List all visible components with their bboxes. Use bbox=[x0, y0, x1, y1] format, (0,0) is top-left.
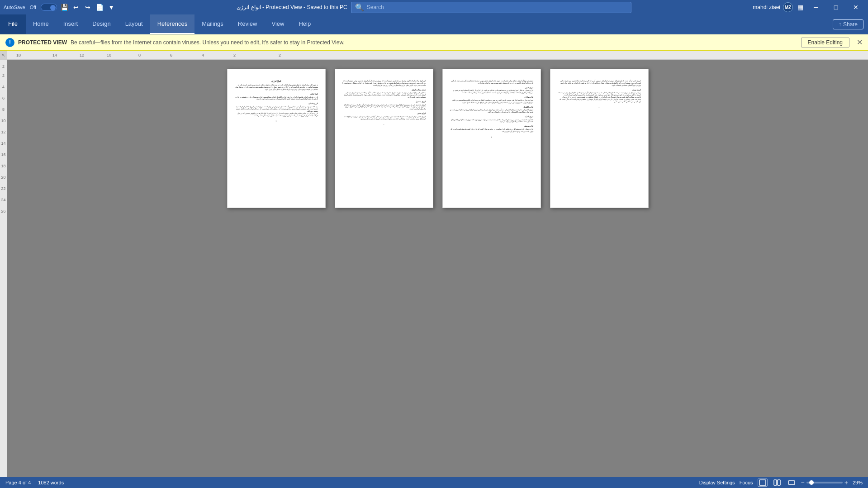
doc-title: انواع انرژی - Protected View - Saved to … bbox=[237, 4, 347, 10]
vertical-ruler: 2 2 4 6 8 10 12 14 16 18 20 22 24 26 bbox=[0, 60, 7, 477]
page-3: انرژی هر نوع آن انرژی دارای موارد هایی ا… bbox=[442, 69, 541, 208]
page-3-content: انرژی هر نوع آن انرژی دارای موارد هایی ا… bbox=[450, 80, 533, 133]
print-layout-btn[interactable] bbox=[758, 479, 768, 487]
page-2-number: 2 bbox=[342, 124, 426, 126]
v-ruler-12: 10 bbox=[1, 118, 5, 123]
horizontal-ruler: ↖ 18 14 12 10 8 6 4 2 2 bbox=[0, 51, 868, 60]
minimize-button[interactable]: ─ bbox=[806, 0, 826, 14]
web-layout-btn[interactable] bbox=[772, 479, 782, 487]
read-mode-btn[interactable] bbox=[787, 479, 797, 487]
search-input[interactable] bbox=[367, 4, 627, 10]
page-1-para-2: انرژی جنبشی، انرژی پتانسیل، انرژی حرارتی… bbox=[235, 96, 318, 101]
autosave-toggle[interactable] bbox=[41, 4, 57, 11]
banner-close-icon[interactable]: ✕ bbox=[857, 38, 863, 47]
tab-design[interactable]: Design bbox=[85, 14, 118, 34]
zoom-minus-icon[interactable]: − bbox=[801, 479, 805, 486]
page-2-para-4: انرژی جاذبی نوعی انرژی است که یک جسم به … bbox=[342, 116, 426, 120]
ruler-num-14: 14 bbox=[52, 53, 57, 57]
v-ruler-22: 20 bbox=[1, 175, 5, 180]
zoom-plus-icon[interactable]: + bbox=[844, 479, 848, 486]
tab-references[interactable]: References bbox=[150, 14, 194, 34]
avatar[interactable]: MZ bbox=[783, 2, 793, 12]
autosave-state: Off bbox=[30, 5, 36, 10]
v-ruler-26: 24 bbox=[1, 198, 5, 202]
zoom-level[interactable]: 29% bbox=[853, 480, 863, 485]
page-2-para-1: این انواع و اقسام که قانون توضیح می‌دهد … bbox=[342, 80, 426, 87]
tab-help[interactable]: Help bbox=[291, 14, 318, 34]
page-3-para-2: انرژی صوتی به شکل امواج فشاری در محیط‌ها… bbox=[450, 90, 533, 94]
tab-home[interactable]: Home bbox=[26, 14, 56, 34]
undo-icon[interactable]: ↩ bbox=[71, 3, 81, 12]
page-2-para-3: انرژی پتانسیل یکی از مهم‌ترین انواع انرژ… bbox=[342, 104, 426, 111]
customize-icon[interactable]: ▼ bbox=[107, 3, 116, 12]
page-1-para-3: یک قطب و بهم رسیدن آن در مقیاس بزرگ، هست… bbox=[235, 106, 318, 113]
svg-rect-1 bbox=[774, 480, 777, 485]
page-2: این انواع و اقسام که قانون توضیح می‌دهد … bbox=[335, 69, 433, 208]
page-4-para-3: با توجه به مطالب گفته شده می‌توان نتیجه … bbox=[558, 96, 641, 103]
protected-label: PROTECTED VIEW bbox=[18, 39, 67, 46]
word-count: 1082 words bbox=[38, 480, 64, 485]
search-box[interactable]: 🔍 bbox=[351, 2, 631, 13]
ribbon-display-icon[interactable]: ▦ bbox=[796, 3, 805, 12]
focus-label[interactable]: Focus bbox=[740, 480, 753, 485]
page-2-sub-3: انرژی جاذبی bbox=[342, 112, 426, 115]
page-2-para-2: به طور کلی برای انرژی می‌توان به موارد ب… bbox=[342, 92, 426, 99]
protected-view-banner: ! PROTECTED VIEW Be careful—files from t… bbox=[0, 34, 868, 51]
shield-icon: ! bbox=[5, 38, 14, 47]
page-2-sub-1: ضمان مطالب انرژی bbox=[342, 89, 426, 91]
v-ruler-24: 22 bbox=[1, 186, 5, 191]
tab-review[interactable]: Review bbox=[231, 14, 265, 34]
v-ruler-28: 26 bbox=[1, 209, 5, 213]
enable-editing-button[interactable]: Enable Editing bbox=[801, 38, 849, 47]
share-icon: ↑ bbox=[839, 21, 841, 28]
save-icon[interactable]: 💾 bbox=[60, 3, 69, 12]
main-area: 2 2 4 6 8 10 12 14 16 18 20 22 24 26 انو… bbox=[0, 60, 868, 477]
page-4-content: انرژی ناشی از آن است که لرزش‌های درونی د… bbox=[558, 80, 641, 103]
ribbon: File Home Insert Design Layout Reference… bbox=[0, 14, 868, 34]
zoom-track[interactable] bbox=[806, 482, 843, 483]
page-1-sub-1: انواع انرژی bbox=[235, 93, 318, 95]
ruler-num-12: 12 bbox=[80, 53, 84, 57]
page-info: Page 4 of 4 bbox=[5, 480, 31, 485]
protected-message: Be careful—files from the Internet can c… bbox=[71, 39, 797, 46]
v-ruler-20: 18 bbox=[1, 164, 5, 168]
ruler-num-2r: 2 bbox=[279, 53, 281, 57]
v-ruler-14: 12 bbox=[1, 130, 5, 134]
tab-mailings[interactable]: Mailings bbox=[194, 14, 231, 34]
page-1-para-1: به طور کلی برای انرژی به چهل نوع می‌توان… bbox=[235, 84, 318, 91]
v-ruler-2: 2 bbox=[2, 64, 5, 69]
restore-button[interactable]: □ bbox=[825, 0, 846, 14]
page-2-content: این انواع و اقسام که قانون توضیح می‌دهد … bbox=[342, 80, 426, 120]
close-button[interactable]: ✕ bbox=[845, 0, 866, 14]
document-canvas[interactable]: انواع انرژی به طور کلی برای انرژی به چهل… bbox=[7, 60, 868, 477]
svg-rect-0 bbox=[759, 480, 766, 485]
page-3-sub-2: انرژی هارتزی bbox=[450, 96, 533, 99]
ruler-num-8: 8 bbox=[138, 53, 141, 57]
redo-icon[interactable]: ↪ bbox=[83, 3, 92, 12]
user-name: mahdi ziaei bbox=[753, 4, 780, 10]
autosave-label: AutoSave bbox=[4, 5, 25, 10]
v-ruler-6: 4 bbox=[2, 85, 5, 89]
page-1-heading: انواع انرژی bbox=[235, 80, 318, 83]
tab-layout[interactable]: Layout bbox=[118, 14, 150, 34]
title-bar: AutoSave Off 💾 ↩ ↪ 📄 ▼ انواع انرژی - Pro… bbox=[0, 0, 868, 14]
tab-insert[interactable]: Insert bbox=[56, 14, 85, 34]
tab-view[interactable]: View bbox=[264, 14, 291, 34]
status-bar: Page 4 of 4 1082 words Display Settings … bbox=[0, 477, 868, 488]
page-1-sub-2: انرژی جنبشی bbox=[235, 102, 318, 105]
page-4-para-2: بررسی موردی از انرژی ثابت می‌کند که این … bbox=[558, 92, 641, 96]
title-bar-center: انواع انرژی - Protected View - Saved to … bbox=[219, 2, 650, 13]
page-3-sub-3: انرژی الکتریکی bbox=[450, 106, 533, 109]
zoom-thumb[interactable] bbox=[809, 480, 814, 485]
new-doc-icon[interactable]: 📄 bbox=[95, 3, 104, 12]
page-1-content: انواع انرژی به طور کلی برای انرژی به چهل… bbox=[235, 80, 318, 117]
v-ruler-8: 6 bbox=[2, 96, 5, 100]
page-1: انواع انرژی به طور کلی برای انرژی به چهل… bbox=[227, 69, 326, 208]
page-4: انرژی ناشی از آن است که لرزش‌های درونی د… bbox=[550, 69, 649, 208]
share-button[interactable]: ↑ Share bbox=[833, 19, 863, 29]
page-2-sub-2: انرژی پتانسیل bbox=[342, 100, 426, 103]
display-settings-label[interactable]: Display Settings bbox=[699, 480, 735, 485]
zoom-slider[interactable]: − + bbox=[801, 479, 848, 486]
tab-file[interactable]: File bbox=[0, 14, 26, 34]
page-3-number: 3 bbox=[450, 137, 533, 138]
